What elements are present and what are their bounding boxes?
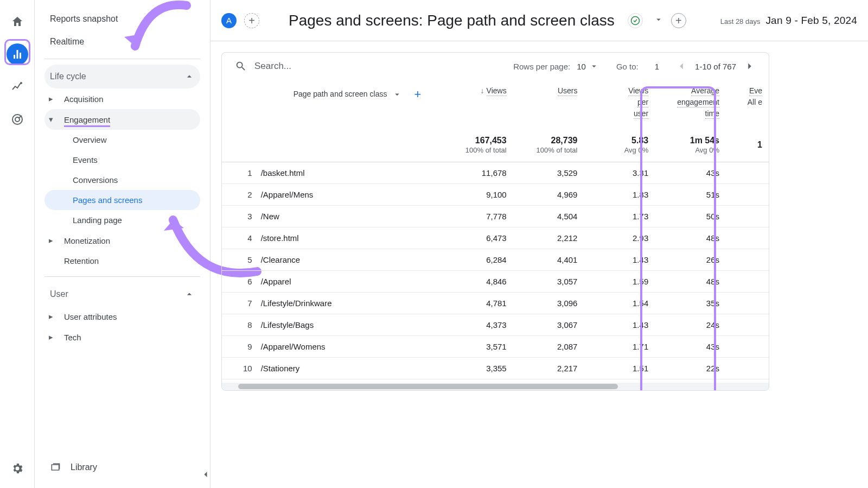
scrollbar-thumb[interactable]: [238, 384, 618, 389]
rows-per-page-value: 10: [577, 62, 586, 71]
table-row[interactable]: 2/Apparel/Mens9,1004,9691.8351s: [222, 184, 769, 206]
col-avg-engagement[interactable]: Average engagement time: [655, 82, 726, 123]
col-users[interactable]: Users: [513, 82, 584, 123]
chevron-right-icon: ▸: [49, 312, 58, 321]
table-row[interactable]: 10/Stationery3,3552,2171.5122s: [222, 358, 769, 379]
table-row[interactable]: 5/Clearance6,2844,4011.4326s: [222, 249, 769, 271]
row-views: 3,355: [442, 358, 513, 379]
sidebar-realtime[interactable]: Realtime: [44, 30, 200, 53]
row-users: 3,057: [513, 271, 584, 293]
add-dimension-button[interactable]: +: [414, 85, 421, 103]
sidebar-collapse-icon[interactable]: [200, 469, 211, 481]
horizontal-scrollbar[interactable]: [222, 383, 769, 390]
sidebar-item-user-attributes[interactable]: ▸ User attributes: [44, 306, 200, 327]
sidebar-section-lifecycle[interactable]: Life cycle: [44, 65, 200, 88]
row-ev-partial: [726, 249, 769, 271]
chevron-right-icon: ▸: [49, 94, 58, 104]
row-ev-partial: [726, 206, 769, 227]
prev-page-icon[interactable]: [675, 60, 687, 72]
sidebar: Reports snapshot Realtime Life cycle ▸ A…: [35, 0, 210, 488]
row-users: 4,504: [513, 206, 584, 227]
row-vpu: 1.51: [584, 358, 655, 379]
row-index: 6: [222, 271, 259, 293]
row-ev-partial: [726, 293, 769, 314]
sidebar-section-label: Life cycle: [50, 72, 86, 81]
table-row[interactable]: 9/Apparel/Womens3,5712,0871.7143s: [222, 336, 769, 358]
row-views: 4,846: [442, 271, 513, 293]
table-row[interactable]: 4/store.html6,4732,2122.9348s: [222, 227, 769, 249]
chevron-down-icon: [589, 61, 599, 71]
row-ev-partial: [726, 227, 769, 249]
row-path: /New: [259, 206, 442, 227]
table-row[interactable]: 1/basket.html11,6783,5293.3143s: [222, 162, 769, 184]
row-views: 7,778: [442, 206, 513, 227]
row-views: 6,473: [442, 227, 513, 249]
status-menu-dropdown[interactable]: [654, 15, 663, 26]
advertising-icon[interactable]: [7, 109, 28, 130]
explore-icon[interactable]: [7, 76, 28, 98]
col-views-per-user[interactable]: Views per user: [584, 82, 655, 123]
divider: [44, 276, 200, 277]
row-index: 2: [222, 184, 259, 206]
sidebar-item-acquisition[interactable]: ▸ Acquisition: [44, 88, 200, 109]
settings-icon[interactable]: [7, 458, 28, 479]
add-comparison-button[interactable]: +: [244, 13, 259, 28]
sidebar-section-user[interactable]: User: [44, 282, 200, 306]
rows-per-page-select[interactable]: 10: [577, 61, 599, 71]
sidebar-item-tech[interactable]: ▸ Tech: [44, 327, 200, 347]
page-header: A + Pages and screens: Page path and scr…: [210, 0, 868, 41]
sidebar-subitem-overview[interactable]: Overview: [44, 130, 200, 150]
row-views: 4,373: [442, 314, 513, 336]
table-row[interactable]: 8/Lifestyle/Bags4,3733,0671.4324s: [222, 314, 769, 336]
search-input[interactable]: Search...: [235, 60, 507, 72]
table-row[interactable]: 7/Lifestyle/Drinkware4,7813,0961.5435s: [222, 293, 769, 314]
sidebar-subitem-pages-screens[interactable]: Pages and screens: [44, 190, 200, 210]
row-avg: 43s: [655, 336, 726, 358]
row-index: 9: [222, 336, 259, 358]
sidebar-subitem-conversions[interactable]: Conversions: [44, 170, 200, 190]
sidebar-library[interactable]: Library: [44, 455, 200, 479]
row-users: 2,212: [513, 227, 584, 249]
row-avg: 51s: [655, 184, 726, 206]
customize-button[interactable]: +: [671, 13, 686, 28]
row-avg: 24s: [655, 314, 726, 336]
table-toolbar: Search... Rows per page: 10 Go to: 1 1-1…: [222, 53, 769, 82]
table-row[interactable]: 3/New7,7784,5041.7350s: [222, 206, 769, 227]
table-row[interactable]: 6/Apparel4,8463,0571.5948s: [222, 271, 769, 293]
sidebar-item-retention[interactable]: Retention: [44, 251, 200, 271]
row-avg: 35s: [655, 293, 726, 314]
sidebar-section-label: User: [50, 289, 68, 299]
sidebar-item-label: Monetization: [64, 236, 110, 245]
goto-value[interactable]: 1: [655, 62, 659, 71]
dimension-header[interactable]: Page path and screen class +: [259, 82, 442, 123]
page-range: 1-10 of 767: [695, 62, 736, 71]
next-page-icon[interactable]: [744, 60, 756, 72]
row-users: 4,401: [513, 249, 584, 271]
row-vpu: 3.31: [584, 162, 655, 184]
sidebar-subitem-landing-page[interactable]: Landing page: [44, 210, 200, 230]
sidebar-item-engagement[interactable]: ▾ Engagement: [44, 109, 200, 130]
total-ev-partial: 1: [726, 123, 769, 162]
row-vpu: 1.73: [584, 206, 655, 227]
date-range[interactable]: Jan 9 - Feb 5, 2024: [765, 15, 857, 27]
chevron-down-icon[interactable]: [392, 90, 402, 99]
sidebar-reports-snapshot[interactable]: Reports snapshot: [44, 8, 200, 30]
date-range-label: Last 28 days: [720, 17, 761, 26]
account-badge[interactable]: A: [221, 13, 237, 28]
status-ok-icon[interactable]: [628, 13, 643, 28]
annotation-rail-highlight: [4, 39, 30, 65]
row-index: 5: [222, 249, 259, 271]
home-icon[interactable]: [7, 11, 28, 33]
goto-label: Go to:: [616, 62, 639, 71]
sidebar-subitem-events[interactable]: Events: [44, 150, 200, 170]
total-avg: 1m 54sAvg 0%: [655, 123, 726, 162]
divider: [44, 59, 200, 59]
sidebar-item-monetization[interactable]: ▸ Monetization: [44, 230, 200, 251]
row-vpu: 1.59: [584, 271, 655, 293]
library-icon: [50, 462, 61, 473]
row-users: 4,969: [513, 184, 584, 206]
row-views: 11,678: [442, 162, 513, 184]
col-views[interactable]: ↓Views: [442, 82, 513, 123]
row-path: /Apparel/Womens: [259, 336, 442, 358]
col-event-partial[interactable]: Eve All e: [726, 82, 769, 123]
